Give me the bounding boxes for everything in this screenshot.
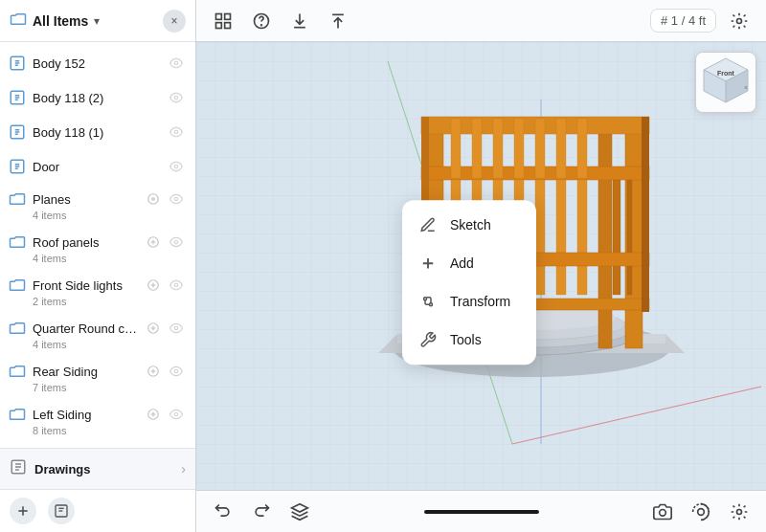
item-label: Body 118 (2) <box>33 91 167 105</box>
svg-rect-53 <box>225 22 231 28</box>
svg-point-23 <box>174 326 178 330</box>
list-item-row: Door <box>8 157 186 176</box>
visibility-button-planes[interactable] <box>167 189 186 209</box>
visibility-button-body-152[interactable] <box>167 54 186 73</box>
item-label: Roof panels <box>33 235 144 250</box>
sidebar-item-front-side-lights[interactable]: Front Side lights 2 items <box>0 270 195 313</box>
cube-icon <box>8 157 27 176</box>
item-actions <box>144 233 186 252</box>
wrench-icon <box>417 329 439 350</box>
item-actions <box>144 362 186 381</box>
help-button[interactable] <box>246 6 277 36</box>
pencil-icon <box>417 214 439 235</box>
close-button[interactable]: × <box>163 10 186 33</box>
svg-point-7 <box>174 165 178 168</box>
layers-button[interactable] <box>284 497 315 527</box>
item-label: Rear Siding <box>33 365 144 379</box>
sidebar-header: All Items ▾ × <box>0 0 195 42</box>
share-button[interactable] <box>323 6 353 36</box>
orbit-button[interactable] <box>686 497 716 527</box>
sidebar-item-left-siding[interactable]: Left Siding 8 items <box>0 399 195 442</box>
expand-button-rear-siding[interactable] <box>144 362 163 381</box>
item-actions <box>144 276 186 295</box>
person-button[interactable] <box>48 498 75 524</box>
page-indicator: # 1 / 4 ft <box>650 9 716 33</box>
item-sub: 2 items <box>8 296 66 307</box>
list-item-row: Quarter Round cor... <box>8 319 186 338</box>
visibility-button-body-118-2[interactable] <box>167 88 186 107</box>
sidebar-item-quarter-round[interactable]: Quarter Round cor... 4 items <box>0 313 195 356</box>
folder-icon <box>8 276 27 295</box>
sidebar-item-body-152[interactable]: Body 152 <box>0 46 195 80</box>
sketch-label: Sketch <box>450 217 491 233</box>
visibility-button-rear-siding[interactable] <box>167 362 186 381</box>
svg-rect-77 <box>493 119 503 178</box>
svg-rect-78 <box>514 119 524 178</box>
item-sub: 8 items <box>8 425 66 436</box>
visibility-button-roof-panels[interactable] <box>167 233 186 252</box>
sidebar-item-rear-siding[interactable]: Rear Siding 7 items <box>0 356 195 399</box>
bottom-indicator <box>424 510 539 514</box>
svg-rect-52 <box>216 22 222 28</box>
folder-icon <box>8 233 27 252</box>
visibility-button-door[interactable] <box>167 157 186 176</box>
item-label: Door <box>33 160 167 174</box>
redo-button[interactable] <box>246 497 277 527</box>
expand-button-front-side-lights[interactable] <box>144 276 163 295</box>
add-item[interactable]: Add <box>402 244 536 282</box>
visibility-button-body-118-1[interactable] <box>167 122 186 142</box>
svg-point-15 <box>174 240 178 244</box>
sidebar-item-roof-panels[interactable]: Roof panels 4 items <box>0 227 195 270</box>
sidebar-item-body-118-2[interactable]: Body 118 (2) <box>0 80 195 115</box>
visibility-button-front-side-lights[interactable] <box>167 276 186 295</box>
dropdown-icon[interactable]: ▾ <box>94 14 100 28</box>
item-actions <box>144 189 186 209</box>
sketch-item[interactable]: Sketch <box>402 206 536 244</box>
svg-point-105 <box>660 509 666 516</box>
folder-icon <box>8 189 27 209</box>
visibility-button-quarter-round[interactable] <box>167 319 186 338</box>
svg-point-1 <box>174 61 178 65</box>
viewport[interactable]: Front x Sketch <box>196 42 766 490</box>
svg-rect-94 <box>642 117 649 312</box>
sidebar-item-front-siding[interactable]: Front Siding 15 items <box>0 442 195 448</box>
sidebar-item-body-118-1[interactable]: Body 118 (1) <box>0 115 195 149</box>
svg-point-31 <box>174 412 178 416</box>
camera-button[interactable] <box>647 497 678 527</box>
transform-icon <box>417 291 439 312</box>
sidebar-item-door[interactable]: Door <box>0 149 195 184</box>
expand-button-planes[interactable] <box>144 189 163 209</box>
undo-button[interactable] <box>208 497 238 527</box>
item-actions <box>167 157 186 176</box>
svg-point-5 <box>174 130 178 134</box>
svg-point-3 <box>174 96 178 100</box>
cube-icon <box>8 54 27 73</box>
drawings-item[interactable]: Drawings › <box>0 449 195 489</box>
cube-icon <box>8 88 27 107</box>
expand-button-roof-panels[interactable] <box>144 233 163 252</box>
item-label: Front Side lights <box>33 278 144 293</box>
item-sub: 4 items <box>8 253 66 264</box>
svg-point-27 <box>174 369 178 373</box>
list-item-row: Front Side lights <box>8 276 186 295</box>
visibility-button-left-siding[interactable] <box>167 405 186 424</box>
item-label: Quarter Round cor... <box>33 321 144 336</box>
tools-item[interactable]: Tools <box>402 321 536 359</box>
context-menu: Sketch Add <box>402 200 536 365</box>
grid-button[interactable] <box>208 6 238 36</box>
nav-cube-svg: Front x <box>698 55 754 110</box>
item-actions <box>167 88 186 107</box>
folder-icon <box>8 362 27 381</box>
add-item-button[interactable] <box>10 498 36 524</box>
item-label: Body 118 (1) <box>33 125 167 140</box>
viewport-settings-button[interactable] <box>724 497 755 527</box>
toolbar-settings-button[interactable] <box>724 6 755 36</box>
expand-button-left-siding[interactable] <box>144 405 163 424</box>
sidebar-item-planes[interactable]: Planes 4 items <box>0 184 195 227</box>
download-button[interactable] <box>284 6 315 36</box>
plus-icon <box>417 253 439 274</box>
svg-point-55 <box>261 24 262 25</box>
expand-button-quarter-round[interactable] <box>144 319 163 338</box>
nav-cube[interactable]: Front x <box>695 52 756 113</box>
transform-item[interactable]: Transform <box>402 282 536 321</box>
